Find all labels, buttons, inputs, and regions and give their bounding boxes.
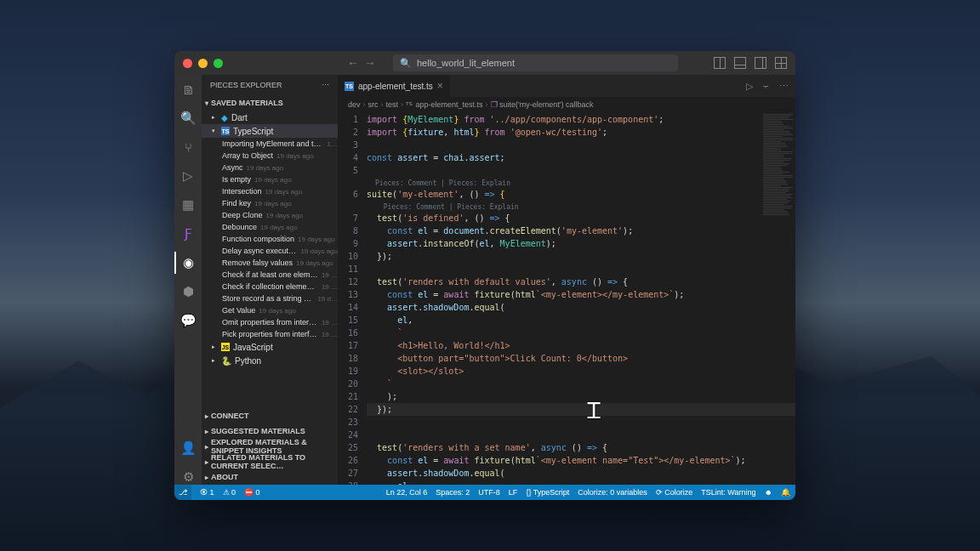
- split-editor-icon[interactable]: ⫟: [761, 81, 771, 91]
- sidebar-lang-dart[interactable]: ▸◆Dart: [202, 111, 338, 124]
- status-colorize[interactable]: ⟳ Colorize: [656, 488, 693, 497]
- snippet-item[interactable]: Check if at least one element19 …: [202, 269, 338, 281]
- snippet-item[interactable]: Delay async executions19 days ago: [202, 245, 338, 257]
- saved-materials-header[interactable]: ▾ SAVED MATERIALS: [202, 95, 338, 111]
- code-line[interactable]: [367, 429, 795, 441]
- sidebar-lang-typescript[interactable]: ▾TSTypeScript: [202, 124, 338, 138]
- snippet-item[interactable]: Async19 days ago: [202, 162, 338, 173]
- code-line[interactable]: const el = document.createElement('my-el…: [367, 224, 795, 237]
- sidebar-lang-javascript[interactable]: ▸JSJavaScript: [202, 340, 338, 354]
- snippet-item[interactable]: Find key19 days ago: [202, 197, 338, 209]
- status-bell-icon[interactable]: 🔔: [781, 488, 790, 497]
- tab-app-element-test[interactable]: TS app-element_test.ts ×: [338, 75, 451, 97]
- snippet-item[interactable]: Function composition19 days ago: [202, 233, 338, 245]
- code-lens[interactable]: Pieces: Comment | Pieces: Explain: [367, 177, 795, 188]
- sidebar-section-about[interactable]: ▸ABOUT: [202, 469, 338, 485]
- code-line[interactable]: `: [367, 378, 795, 390]
- nav-forward-icon[interactable]: →: [364, 56, 376, 70]
- code-line[interactable]: test('renders with a set name', async ()…: [367, 441, 795, 454]
- snippet-item[interactable]: Debounce19 days ago: [202, 221, 338, 233]
- pieces-icon[interactable]: ◉: [180, 255, 196, 270]
- code-line[interactable]: const assert = chai.assert;: [367, 151, 795, 164]
- snippet-item[interactable]: Array to Object19 days ago: [202, 150, 338, 162]
- code-line[interactable]: <button part="button">Click Count: 0</bu…: [367, 352, 795, 365]
- code-lens[interactable]: Pieces: Comment | Pieces: Explain: [367, 201, 795, 212]
- search-icon[interactable]: 🔍: [180, 111, 196, 126]
- code-line[interactable]: `: [367, 327, 795, 339]
- snippet-item[interactable]: Intersection19 days ago: [202, 185, 338, 197]
- remote-indicator[interactable]: ⎇: [174, 485, 191, 500]
- code-line[interactable]: assert.shadowDom.equal(: [367, 301, 795, 314]
- snippet-item[interactable]: Remove falsy values19 days ago: [202, 257, 338, 269]
- status-spaces[interactable]: Spaces: 2: [436, 488, 470, 497]
- customize-layout-icon[interactable]: [775, 57, 787, 69]
- code-line[interactable]: <slot></slot>: [367, 365, 795, 378]
- command-center[interactable]: 🔍 hello_world_lit_element: [393, 54, 678, 71]
- scm-icon[interactable]: ⑂: [180, 139, 196, 155]
- close-tab-icon[interactable]: ×: [437, 80, 443, 92]
- toggle-primary-sidebar-icon[interactable]: [714, 57, 726, 69]
- snippet-item[interactable]: Pick properties from interface19 …: [202, 328, 338, 340]
- snippet-item[interactable]: Deep Clone19 days ago: [202, 209, 338, 221]
- status-profile[interactable]: ⦿ 1: [200, 488, 214, 497]
- close-window-button[interactable]: [183, 59, 192, 68]
- code-line[interactable]: test('renders with default values', asyn…: [367, 276, 795, 288]
- code-line[interactable]: });: [367, 403, 795, 416]
- status-language[interactable]: {} TypeScript: [526, 488, 569, 497]
- snippet-item[interactable]: Is empty19 days ago: [202, 173, 338, 185]
- code-line[interactable]: [367, 139, 795, 151]
- extensions-icon[interactable]: ▦: [180, 197, 196, 213]
- status-warnings[interactable]: ⛔ 0: [244, 488, 260, 497]
- breadcrumb-segment[interactable]: dev: [348, 100, 361, 109]
- breadcrumb-segment[interactable]: test: [386, 100, 399, 109]
- code-line[interactable]: [367, 164, 795, 177]
- toggle-secondary-sidebar-icon[interactable]: [755, 57, 766, 69]
- code-line[interactable]: [367, 416, 795, 429]
- code-line[interactable]: import {MyElement} from '../app/componen…: [367, 113, 795, 126]
- status-cursor[interactable]: Ln 22, Col 6: [386, 488, 428, 497]
- explorer-icon[interactable]: 🗎: [180, 82, 196, 97]
- sidebar-section-connect[interactable]: ▸CONNECT: [202, 408, 338, 423]
- debug-icon[interactable]: ▷: [180, 168, 196, 184]
- code-line[interactable]: el,: [367, 314, 795, 327]
- run-icon[interactable]: ▷: [746, 81, 753, 92]
- accounts-icon[interactable]: 👤: [180, 440, 196, 456]
- code-line[interactable]: const el = await fixture(html`<my-elemen…: [367, 288, 795, 301]
- code-line[interactable]: test('is defined', () => {: [367, 212, 795, 224]
- code-line[interactable]: );: [367, 390, 795, 403]
- breadcrumb-segment[interactable]: TS app-element_test.ts: [406, 100, 483, 109]
- snippet-item[interactable]: Get Value19 days ago: [202, 304, 338, 316]
- status-tslint[interactable]: TSLint: Warning: [701, 488, 755, 497]
- code-line[interactable]: <h1>Hello, World!</h1>: [367, 339, 795, 352]
- more-actions-icon[interactable]: ⋯: [779, 81, 789, 92]
- sidebar-section-related-materials-to-current-selec-[interactable]: ▸RELATED MATERIALS TO CURRENT SELEC…: [202, 454, 338, 469]
- breadcrumb-segment[interactable]: src: [368, 100, 379, 109]
- figma-alt-icon[interactable]: ⬢: [180, 284, 196, 299]
- snippet-item[interactable]: Omit properties from interface19 …: [202, 316, 338, 328]
- status-encoding[interactable]: UTF-8: [478, 488, 500, 497]
- code-line[interactable]: assert.shadowDom.equal(: [367, 467, 795, 480]
- code-editor[interactable]: 1234567891011121314151617181920212223242…: [338, 112, 795, 485]
- code-line[interactable]: assert.instanceOf(el, MyElement);: [367, 237, 795, 250]
- code-line[interactable]: });: [367, 250, 795, 263]
- status-errors[interactable]: ⚠ 0: [223, 488, 236, 497]
- code-line[interactable]: suite('my-element', () => {: [367, 188, 795, 201]
- code-line[interactable]: const el = await fixture(html`<my-elemen…: [367, 454, 795, 467]
- chat-icon[interactable]: 💬: [180, 313, 196, 328]
- snippet-item[interactable]: Store record as a string with19 d…: [202, 293, 338, 304]
- code-line[interactable]: [367, 263, 795, 276]
- status-colorize-vars[interactable]: Colorize: 0 variables: [578, 488, 647, 497]
- nav-back-icon[interactable]: ←: [347, 56, 359, 70]
- zoom-window-button[interactable]: [214, 59, 223, 68]
- breadcrumb-segment[interactable]: ❐ suite('my-element') callback: [491, 100, 594, 109]
- snippet-item[interactable]: Importing MyElement and testin1…: [202, 138, 338, 150]
- code-content[interactable]: import {MyElement} from '../app/componen…: [367, 112, 795, 485]
- sidebar-more-icon[interactable]: ⋯: [322, 81, 329, 89]
- status-feedback-icon[interactable]: ☻: [765, 488, 772, 497]
- breadcrumb[interactable]: dev › src › test › TS app-element_test.t…: [338, 97, 795, 112]
- figma-icon[interactable]: Ƒ: [180, 226, 196, 241]
- settings-icon[interactable]: ⚙: [180, 469, 196, 485]
- minimap[interactable]: [763, 114, 794, 250]
- status-eol[interactable]: LF: [509, 488, 518, 497]
- sidebar-section-suggested-materials[interactable]: ▸SUGGESTED MATERIALS: [202, 423, 338, 439]
